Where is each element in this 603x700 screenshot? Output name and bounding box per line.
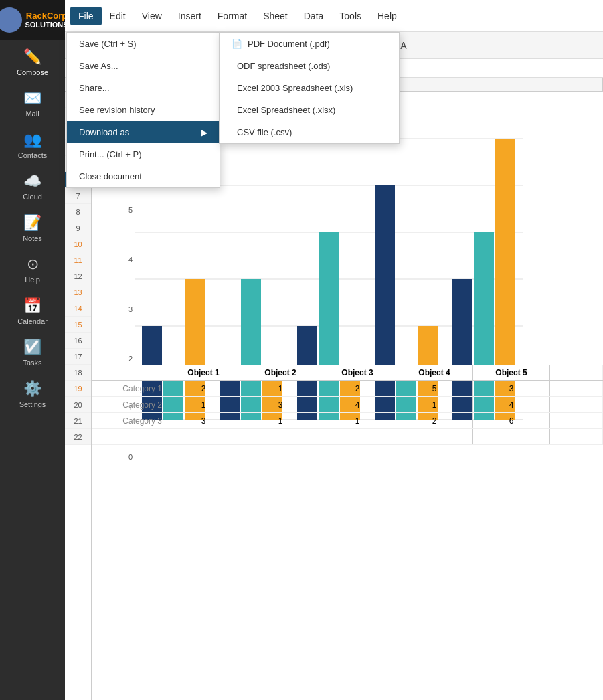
- row22-c4[interactable]: [396, 429, 473, 444]
- cat2-obj3[interactable]: 4: [319, 397, 396, 412]
- strikethrough-button[interactable]: S: [379, 38, 394, 53]
- row-num-9[interactable]: 9: [65, 220, 91, 236]
- menu-view[interactable]: View: [134, 7, 170, 25]
- sidebar-item-label: Calendar: [17, 317, 48, 325]
- sidebar-item-tasks[interactable]: ☑️ Tasks: [0, 331, 65, 372]
- menu-insert[interactable]: Insert: [170, 7, 209, 25]
- file-menu: Save (Ctrl + S) Save As... Share... See …: [66, 32, 220, 188]
- menu-tools[interactable]: Tools: [331, 7, 369, 25]
- font-color-button[interactable]: A: [396, 38, 410, 53]
- row-num-19[interactable]: 19: [65, 381, 91, 397]
- cat3-obj2[interactable]: 1: [242, 413, 319, 428]
- file-save[interactable]: Save (Ctrl + S): [67, 33, 220, 55]
- row-num-7[interactable]: 7: [65, 188, 91, 204]
- menu-edit[interactable]: Edit: [102, 7, 134, 25]
- menu-file[interactable]: File: [70, 7, 102, 25]
- cat3-end: [550, 413, 603, 428]
- cat1-obj5[interactable]: 3: [473, 381, 550, 396]
- col-header-g[interactable]: G: [319, 78, 396, 91]
- mail-icon: ✉️: [23, 90, 41, 107]
- sidebar-item-label: Notes: [23, 234, 42, 242]
- sidebar-item-notes[interactable]: 📝 Notes: [0, 206, 65, 248]
- file-print[interactable]: Print... (Ctrl + P): [67, 143, 220, 165]
- row22-c3[interactable]: [319, 429, 396, 444]
- cat2-obj1[interactable]: 1: [165, 397, 242, 412]
- col-header-more[interactable]: [396, 78, 603, 91]
- sidebar-item-mail[interactable]: ✉️ Mail: [0, 82, 65, 123]
- row-num-17[interactable]: 17: [65, 349, 91, 365]
- sidebar-item-contacts[interactable]: 👥 Contacts: [0, 123, 65, 165]
- row-num-10[interactable]: 10: [65, 236, 91, 252]
- row-num-15[interactable]: 15: [65, 317, 91, 333]
- cat1-obj4[interactable]: 5: [396, 381, 473, 396]
- bold-button[interactable]: B: [331, 38, 346, 53]
- table-row-cat3: Category 3 3 1 1 2 6: [92, 413, 603, 429]
- header-empty: [92, 365, 165, 380]
- row-num-11[interactable]: 11: [65, 252, 91, 268]
- cat1-obj1[interactable]: 2: [165, 381, 242, 396]
- row-num-14[interactable]: 14: [65, 300, 91, 317]
- sidebar-item-cloud[interactable]: ☁️ Cloud: [0, 165, 65, 206]
- row-num-20[interactable]: 20: [65, 397, 91, 413]
- menu-sheet[interactable]: Sheet: [255, 7, 296, 25]
- cat1-label: Category 1: [92, 381, 165, 396]
- menu-format[interactable]: Format: [209, 7, 255, 25]
- cat3-obj1[interactable]: 3: [165, 413, 242, 428]
- cat2-obj4[interactable]: 1: [396, 397, 473, 412]
- logo-text: RackCorpSOLUTIONS: [25, 11, 68, 30]
- sidebar-item-label: Settings: [19, 400, 46, 408]
- cat2-obj2[interactable]: 3: [242, 397, 319, 412]
- row-num-12[interactable]: 12: [65, 268, 91, 284]
- sidebar-item-calendar[interactable]: 📅 Calendar: [0, 289, 65, 331]
- row22-label: [92, 429, 165, 444]
- table-row-cat2: Category 2 1 3 4 1 4: [92, 397, 603, 413]
- settings-icon: ⚙️: [23, 380, 41, 398]
- cat1-obj3[interactable]: 2: [319, 381, 396, 396]
- sidebar-item-label: Contacts: [18, 151, 47, 159]
- sidebar-item-settings[interactable]: ⚙️ Settings: [0, 372, 65, 414]
- cat3-obj3[interactable]: 1: [319, 413, 396, 428]
- row-num-22[interactable]: 22: [65, 429, 91, 445]
- row22-c1[interactable]: [165, 429, 242, 444]
- sidebar-item-compose[interactable]: ✏️ Compose: [0, 40, 65, 82]
- cat2-label: Category 2: [92, 397, 165, 412]
- underline-button[interactable]: U: [362, 38, 377, 53]
- row-num-21[interactable]: 21: [65, 413, 91, 429]
- file-revision[interactable]: See revision history: [67, 99, 220, 121]
- calendar-icon: 📅: [23, 297, 41, 315]
- notes-icon: 📝: [23, 214, 41, 232]
- menu-help[interactable]: Help: [369, 7, 405, 25]
- sidebar-item-help[interactable]: ⊙ Help: [0, 248, 65, 289]
- row-num-18[interactable]: 18: [65, 365, 91, 381]
- font-size-select[interactable]: 12: [273, 37, 308, 53]
- tasks-icon: ☑️: [23, 339, 41, 356]
- menu-data[interactable]: Data: [296, 7, 332, 25]
- sidebar-item-label: Cloud: [23, 193, 42, 201]
- row-num-16[interactable]: 16: [65, 333, 91, 349]
- sidebar: RackCorpSOLUTIONS ✏️ Compose ✉️ Mail 👥 C…: [0, 0, 65, 700]
- italic-button[interactable]: I: [349, 38, 359, 53]
- file-download[interactable]: Download as ▶: [67, 121, 220, 143]
- file-close[interactable]: Close document: [67, 165, 220, 187]
- y-label-2: 2: [128, 355, 133, 363]
- row22-c5[interactable]: [473, 429, 550, 444]
- cat3-obj5[interactable]: 6: [473, 413, 550, 428]
- cat3-label: Category 3: [92, 413, 165, 428]
- header-obj2: Object 2: [242, 365, 319, 380]
- cat2-obj5[interactable]: 4: [473, 397, 550, 412]
- sidebar-item-label: Compose: [17, 68, 48, 76]
- row-num-8[interactable]: 8: [65, 204, 91, 220]
- row-num-13[interactable]: 13: [65, 284, 91, 300]
- file-save-as[interactable]: Save As...: [67, 55, 220, 77]
- row22-c2[interactable]: [242, 429, 319, 444]
- header-obj5: Object 5: [473, 365, 550, 380]
- cat1-end: [550, 381, 603, 396]
- col-header-f[interactable]: F: [242, 78, 319, 91]
- toolbar-separator2: [267, 39, 268, 52]
- sidebar-item-label: Tasks: [23, 359, 41, 367]
- compose-icon: ✏️: [23, 48, 41, 66]
- cat3-obj4[interactable]: 2: [396, 413, 473, 428]
- file-share[interactable]: Share...: [67, 77, 220, 99]
- cat1-obj2[interactable]: 1: [242, 381, 319, 396]
- table-header-row: Object 1 Object 2 Object 3 Object 4 Obje…: [92, 365, 603, 381]
